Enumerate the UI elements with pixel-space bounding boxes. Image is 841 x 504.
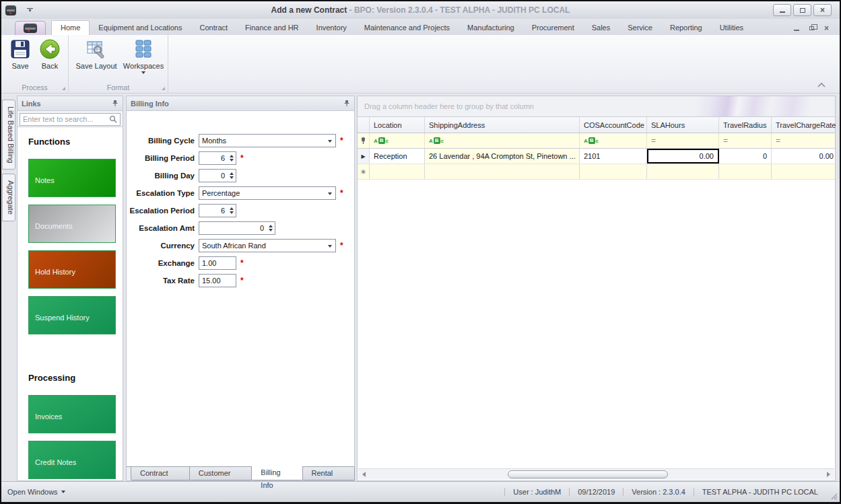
mdi-close-icon[interactable]: ×	[824, 25, 829, 32]
ribbon-tab-finance-and-hr[interactable]: Finance and HR	[236, 21, 308, 35]
new-row-cell-travelchargerate[interactable]	[772, 164, 838, 179]
ribbon-tab-sales[interactable]: Sales	[583, 21, 619, 35]
cell-slahours[interactable]: 0.00	[647, 149, 719, 164]
close-button[interactable]: ×	[813, 4, 832, 16]
currency-dropdown[interactable]: South African Rand	[199, 239, 336, 252]
status-version: Version : 2.3.0.4	[623, 488, 694, 496]
ribbon-tab-reporting[interactable]: Reporting	[661, 21, 711, 35]
spin-down-icon[interactable]	[230, 211, 234, 214]
link-button-suspend-history[interactable]: Suspend History	[28, 296, 116, 334]
cell-shippingaddress[interactable]: 26 Lavendar , 94A Crompton St, Pinetown …	[425, 149, 580, 164]
billing-period-stepper[interactable]: 6	[199, 151, 236, 165]
side-tab-life-based-billing[interactable]: Life Based Billing	[2, 100, 15, 170]
column-header-cosaccountcode[interactable]: COSAccountCode	[580, 117, 647, 133]
field-label-escalation-type: Escalation Type	[127, 189, 199, 197]
ribbon-tab-utilities[interactable]: Utilities	[711, 21, 752, 35]
maximize-button[interactable]	[793, 4, 811, 16]
spin-down-icon[interactable]	[230, 159, 234, 161]
tax-rate-field[interactable]: 15.00	[199, 274, 236, 287]
billing-day-stepper[interactable]: 0	[199, 169, 236, 182]
new-row-cell-location[interactable]	[370, 164, 425, 179]
side-tab-aggregate[interactable]: Aggregate	[2, 174, 15, 221]
link-button-hold-history[interactable]: Hold History	[28, 250, 116, 289]
quick-access-dropdown-icon[interactable]: ▾	[27, 8, 33, 13]
search-input[interactable]	[20, 113, 121, 126]
tab-rental-info[interactable]: Rental Info	[302, 467, 355, 480]
filter-cell-travelradius[interactable]: =	[719, 133, 772, 148]
tab-billing-info[interactable]: Billing Info	[251, 466, 302, 480]
new-row[interactable]: ✳	[358, 164, 835, 180]
mdi-minimize-icon[interactable]	[794, 30, 799, 31]
dialog-launcher-icon[interactable]	[62, 87, 65, 90]
new-row-cell-slahours[interactable]	[647, 164, 719, 179]
cell-cosaccountcode[interactable]: 2101	[580, 149, 647, 164]
pin-icon[interactable]	[112, 100, 119, 107]
field-label-escalation-amt: Escalation Amt	[127, 224, 199, 232]
escalation-amt-stepper[interactable]: 0	[199, 221, 275, 235]
title-bar: ▾ Add a new Contract - BPO: Version 2.3.…	[1, 1, 840, 19]
scrollbar-thumb[interactable]	[508, 470, 668, 478]
spin-down-icon[interactable]	[230, 176, 234, 179]
ribbon-tab-home[interactable]: Home	[51, 20, 90, 35]
mdi-restore-icon[interactable]	[809, 26, 814, 30]
floppy-disk-icon	[9, 38, 31, 60]
filter-cell-location[interactable]: ABc	[370, 133, 425, 148]
save-layout-button[interactable]: Save Layout	[73, 37, 120, 74]
pin-icon[interactable]	[343, 100, 350, 107]
close-icon: ×	[820, 7, 825, 13]
link-button-notes[interactable]: Notes	[28, 159, 116, 197]
spin-up-icon[interactable]	[230, 155, 234, 157]
resize-grip-icon[interactable]	[830, 492, 838, 500]
workspaces-button[interactable]: Workspaces	[120, 37, 167, 74]
spin-up-icon[interactable]	[230, 207, 234, 210]
horizontal-scrollbar[interactable]	[358, 468, 834, 480]
billing-cycle-dropdown[interactable]: Months	[199, 134, 336, 147]
escalation-type-dropdown[interactable]: Percentage	[199, 186, 336, 200]
ribbon-tab-service[interactable]: Service	[619, 21, 661, 35]
scroll-right-icon[interactable]	[827, 472, 830, 477]
filter-cell-shippingaddress[interactable]: ABc	[425, 133, 580, 148]
save-button[interactable]: Save	[5, 37, 35, 70]
new-row-cell-travelradius[interactable]	[719, 164, 772, 179]
ribbon-tab-procurement[interactable]: Procurement	[523, 21, 583, 35]
ribbon-tab-manufacturing[interactable]: Manufacturing	[459, 21, 523, 35]
cell-travelradius[interactable]: 0	[719, 149, 772, 164]
ribbon-tab-contract[interactable]: Contract	[191, 21, 237, 35]
column-header-travelradius[interactable]: TravelRadius	[719, 117, 772, 133]
search-icon[interactable]	[109, 115, 117, 123]
back-button[interactable]: Back	[35, 37, 65, 70]
filter-cell-slahours[interactable]: =	[647, 133, 719, 148]
ribbon-tab-maintenance-and-projects[interactable]: Maintenance and Projects	[356, 21, 459, 35]
column-header-slahours[interactable]: SLAHours	[647, 117, 719, 133]
spin-up-icon[interactable]	[230, 172, 234, 175]
spin-up-icon[interactable]	[269, 225, 273, 227]
spinner-arrows	[227, 170, 236, 182]
column-header-shippingaddress[interactable]: ShippingAddress	[425, 117, 580, 133]
column-header-travelchargerate[interactable]: TravelChargeRate	[772, 117, 838, 133]
tab-contract-info[interactable]: Contract Info	[131, 467, 190, 480]
cell-travelchargerate[interactable]: 0.00	[772, 149, 838, 164]
open-windows-button[interactable]: Open Windows	[1, 488, 65, 496]
link-button-documents[interactable]: Documents	[28, 205, 116, 243]
ribbon-tab-inventory[interactable]: Inventory	[308, 21, 356, 35]
scroll-left-icon[interactable]	[362, 472, 366, 477]
collapse-ribbon-icon[interactable]	[817, 82, 826, 88]
link-button-credit-notes[interactable]: Credit Notes	[28, 441, 116, 479]
spin-down-icon[interactable]	[269, 229, 273, 231]
exchange-field[interactable]: 1.00	[199, 256, 236, 270]
link-button-invoices[interactable]: Invoices	[28, 395, 116, 433]
column-header-location[interactable]: Location	[370, 117, 425, 133]
dialog-launcher-icon[interactable]	[162, 87, 165, 90]
ribbon-tab-equipment-and-locations[interactable]: Equipment and Locations	[90, 21, 191, 35]
filter-cell-cosaccountcode[interactable]: ABc	[580, 133, 647, 148]
new-row-cell-shippingaddress[interactable]	[425, 164, 580, 179]
application-menu-button[interactable]	[15, 21, 46, 35]
filter-cell-travelchargerate[interactable]: =	[772, 133, 838, 148]
tab-customer-info[interactable]: Customer Info	[189, 467, 253, 480]
new-row-cell-cosaccountcode[interactable]	[580, 164, 647, 179]
spinner-arrows	[227, 205, 236, 217]
group-by-box[interactable]: Drag a column header here to group by th…	[358, 96, 835, 117]
minimize-button[interactable]	[773, 4, 791, 16]
cell-location[interactable]: Reception	[370, 149, 425, 164]
escalation-period-stepper[interactable]: 6	[199, 204, 236, 217]
